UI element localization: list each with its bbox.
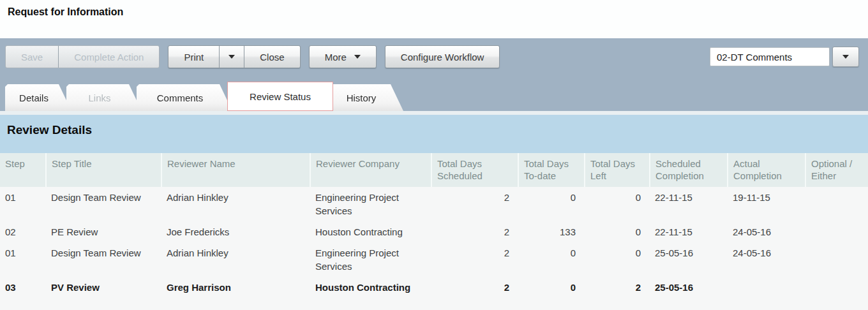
tab-history[interactable]: History: [328, 84, 403, 111]
cell-step: 02: [0, 221, 46, 242]
tab-label: Details: [19, 92, 49, 103]
cell-reviewer-name: Adrian Hinkley: [161, 242, 310, 277]
cell-total-days-to-date: 0: [518, 242, 585, 277]
rfi-review-screen: Request for Information Save Complete Ac…: [0, 0, 868, 310]
cell-total-days-left: 0: [585, 221, 650, 242]
table-header-row: Step Step Title Reviewer Name Reviewer C…: [0, 153, 868, 187]
cell-scheduled-completion: 25-05-16: [650, 242, 728, 277]
more-button-label: More: [325, 52, 347, 63]
column-header-actual-completion: Actual Completion: [728, 153, 805, 187]
more-button-group: More: [309, 45, 377, 68]
configure-workflow-button-group: Configure Workflow: [385, 45, 500, 68]
column-header-step: Step: [0, 153, 46, 187]
review-table: Step Step Title Reviewer Name Reviewer C…: [0, 153, 868, 298]
cell-scheduled-completion: 25-05-16: [650, 277, 728, 298]
cell-total-days-left: 0: [585, 242, 650, 277]
column-header-scheduled-completion: Scheduled Completion: [650, 153, 728, 187]
configure-workflow-button[interactable]: Configure Workflow: [385, 46, 500, 68]
cell-reviewer-company: Engineering Project Services: [310, 242, 431, 277]
workflow-step-select: 02-DT Comments: [710, 47, 859, 67]
cell-actual-completion: [728, 277, 805, 298]
cell-total-days-scheduled: 2: [431, 242, 518, 277]
tab-label: Comments: [157, 92, 204, 103]
column-header-optional-either: Optional / Either: [805, 153, 868, 187]
save-button-group: Save Complete Action: [5, 45, 160, 68]
cell-scheduled-completion: 22-11-15: [650, 221, 728, 242]
cell-actual-completion: 19-11-15: [728, 187, 805, 221]
column-header-reviewer-name: Reviewer Name: [161, 153, 310, 187]
complete-action-button[interactable]: Complete Action: [59, 46, 159, 68]
cell-optional-either: [805, 277, 868, 298]
toolbar-zone: Save Complete Action Print Close More: [0, 38, 868, 111]
column-header-total-days-left: Total Days Left: [585, 153, 650, 187]
column-header-reviewer-company: Reviewer Company: [310, 153, 431, 187]
cell-step-title: PV Review: [46, 277, 161, 298]
cell-reviewer-company: Houston Contracting: [310, 277, 431, 298]
title-bar: Request for Information: [0, 0, 868, 38]
tab-bar: Details Links Comments Review Status His…: [5, 82, 403, 111]
print-button[interactable]: Print: [168, 46, 219, 68]
tab-label: History: [347, 92, 377, 103]
page-title: Request for Information: [8, 6, 123, 18]
cell-step-title: Design Team Review: [46, 242, 161, 277]
more-button[interactable]: More: [310, 46, 376, 68]
cell-step: 01: [0, 187, 46, 221]
tab-label: Review Status: [250, 91, 311, 102]
column-header-total-days-to-date: Total Days To-date: [518, 153, 585, 187]
column-header-total-days-scheduled: Total Days Scheduled: [431, 153, 518, 187]
cell-total-days-left: 2: [585, 277, 650, 298]
cell-optional-either: [805, 221, 868, 242]
tab-comments[interactable]: Comments: [137, 84, 232, 111]
cell-total-days-to-date: 0: [518, 277, 585, 298]
cell-total-days-scheduled: 2: [431, 221, 518, 242]
chevron-down-icon: [842, 55, 849, 59]
cell-total-days-to-date: 0: [518, 187, 585, 221]
review-table-container: Step Step Title Reviewer Name Reviewer C…: [0, 153, 868, 310]
cell-reviewer-name: Adrian Hinkley: [161, 187, 310, 221]
tab-details[interactable]: Details: [5, 84, 71, 111]
close-button[interactable]: Close: [244, 46, 299, 68]
table-row: 01 Design Team Review Adrian Hinkley Eng…: [0, 242, 868, 277]
tab-label: Links: [88, 92, 110, 103]
cell-step-title: Design Team Review: [46, 187, 161, 221]
cell-reviewer-company: Houston Contracting: [310, 221, 431, 242]
workflow-step-select-value[interactable]: 02-DT Comments: [710, 47, 830, 66]
cell-actual-completion: 24-05-16: [728, 242, 805, 277]
cell-total-days-to-date: 133: [518, 221, 585, 242]
column-header-step-title: Step Title: [46, 153, 161, 187]
cell-total-days-left: 0: [585, 187, 650, 221]
cell-total-days-scheduled: 2: [431, 277, 518, 298]
print-dropdown-button[interactable]: [220, 46, 244, 68]
chevron-down-icon: [228, 55, 235, 59]
table-row-current-step: 03 PV Review Greg Harrison Houston Contr…: [0, 277, 868, 298]
cell-reviewer-company: Engineering Project Services: [310, 187, 431, 221]
cell-optional-either: [805, 242, 868, 277]
table-row: 02 PE Review Joe Fredericks Houston Cont…: [0, 221, 868, 242]
save-button[interactable]: Save: [6, 46, 58, 68]
print-close-button-group: Print Close: [168, 45, 300, 68]
tab-review-status[interactable]: Review Status: [227, 82, 333, 111]
cell-total-days-scheduled: 2: [431, 187, 518, 221]
tab-links[interactable]: Links: [66, 84, 142, 111]
workflow-step-select-arrow-button[interactable]: [832, 47, 859, 67]
cell-reviewer-name: Greg Harrison: [161, 277, 310, 298]
cell-actual-completion: 24-05-16: [728, 221, 805, 242]
cell-step-title: PE Review: [46, 221, 161, 242]
cell-optional-either: [805, 187, 868, 221]
cell-scheduled-completion: 22-11-15: [650, 187, 728, 221]
cell-reviewer-name: Joe Fredericks: [161, 221, 310, 242]
table-row: 01 Design Team Review Adrian Hinkley Eng…: [0, 187, 868, 221]
review-details-band: Review Details: [0, 115, 868, 153]
cell-step: 03: [0, 277, 46, 298]
cell-step: 01: [0, 242, 46, 277]
section-title: Review Details: [7, 123, 92, 137]
chevron-down-icon: [354, 55, 361, 59]
